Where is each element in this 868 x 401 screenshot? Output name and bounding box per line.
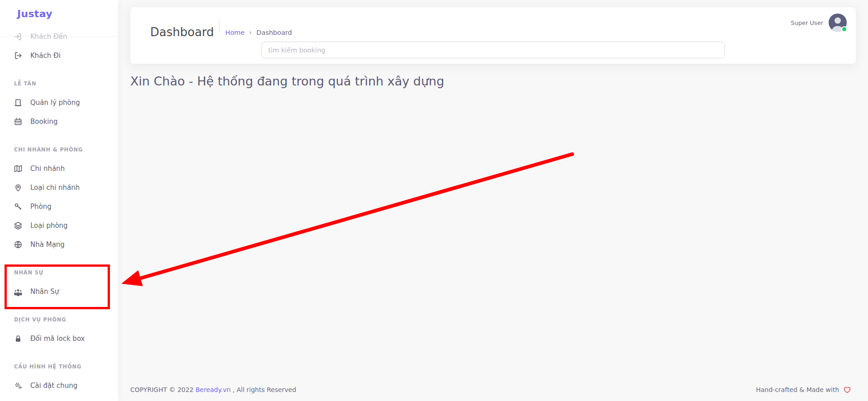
key-icon (14, 202, 23, 211)
search-wrap (261, 42, 725, 58)
sidebar-section-header: CHI NHÁNH & PHÒNG (0, 140, 118, 159)
calendar-icon (14, 117, 23, 126)
door-icon (14, 98, 23, 107)
page-title: Dashboard (150, 24, 214, 40)
layers-icon (14, 221, 23, 230)
sidebar-item-label: Đổi mã lock box (30, 335, 85, 343)
section-label: CHI NHÁNH & PHÒNG (14, 146, 83, 153)
sidebar-item-label: Cài đặt chung (30, 382, 77, 390)
avatar[interactable] (829, 14, 847, 32)
sidebar-item[interactable]: Loại chi nhánh (0, 178, 118, 197)
sidebar-item[interactable]: Chi nhánh (0, 159, 118, 178)
breadcrumb-home-link[interactable]: Home (225, 29, 245, 36)
sidebar-item-label: Khách Đến (30, 33, 67, 41)
sidebar-section-header: DỊCH VỤ PHÒNG (0, 310, 118, 329)
footer-made-with: Hand-crafted & Made with (756, 385, 852, 394)
footer-copyright: COPYRIGHT © 2022 Beready.vn , All rights… (130, 386, 296, 393)
section-label: DỊCH VỤ PHÒNG (14, 316, 66, 323)
user-name: Super User (791, 19, 823, 26)
sidebar-item-label: Booking (30, 118, 58, 126)
sidebar-item[interactable]: Quản lý phòng (0, 93, 118, 112)
sidebar-item-label: Loại phòng (30, 222, 68, 230)
online-status-dot (841, 26, 847, 32)
sidebar-section-header: LỄ TÂN (0, 74, 118, 93)
sign-out-icon (14, 51, 23, 60)
breadcrumb-current: Dashboard (256, 29, 292, 36)
copyright-suffix: , All rights Reserved (232, 386, 296, 393)
sidebar-item[interactable]: Đổi mã lock box (0, 329, 118, 348)
map-marker-icon (14, 183, 23, 192)
sidebar-item[interactable]: Nhà Mạng (0, 235, 118, 254)
sidebar-item[interactable]: Phòng (0, 197, 118, 216)
sidebar-section-header: CẤU HÌNH HỆ THỐNG (0, 357, 118, 376)
user-area: Super User (791, 14, 847, 32)
heart-icon (843, 385, 852, 394)
sidebar-item[interactable]: Cài đặt chung (0, 376, 118, 395)
section-label: CẤU HÌNH HỆ THỐNG (14, 363, 81, 370)
section-label: NHÂN SỰ (14, 269, 43, 276)
sidebar: Justay Khách ĐếnKhách ĐiLỄ TÂNQuản lý ph… (0, 0, 118, 401)
welcome-heading: Xin Chào - Hệ thống đang trong quá trình… (130, 74, 444, 88)
sidebar-item-label: Loại chi nhánh (30, 184, 80, 192)
users-icon (14, 287, 23, 296)
map-icon (14, 164, 23, 173)
sidebar-item[interactable]: Nhân Sự (0, 282, 118, 301)
gears-icon (14, 381, 23, 390)
globe-icon (14, 240, 23, 249)
section-label: LỄ TÂN (14, 80, 36, 87)
sidebar-item[interactable]: Khách Đến (0, 27, 118, 46)
company-link[interactable]: Beready.vn (195, 386, 231, 393)
header-card: Dashboard Home › Dashboard Super User (130, 7, 856, 64)
sidebar-item-label: Phòng (30, 203, 52, 211)
sidebar-item-label: Chi nhánh (30, 165, 65, 173)
sidebar-item[interactable]: Khách Đi (0, 46, 118, 65)
search-input[interactable] (261, 42, 725, 58)
footer: COPYRIGHT © 2022 Beready.vn , All rights… (130, 385, 852, 394)
sidebar-item-label: Nhân Sự (30, 288, 59, 296)
lock-icon (14, 334, 23, 343)
sidebar-section-header: NHÂN SỰ (0, 263, 118, 282)
breadcrumb: Home › Dashboard (225, 28, 292, 37)
copyright-prefix: COPYRIGHT © 2022 (130, 386, 194, 393)
sidebar-item-label: Khách Đi (30, 52, 61, 60)
sidebar-item-label: Quản lý phòng (30, 99, 80, 107)
sidebar-item-label: Nhà Mạng (30, 241, 65, 249)
sidebar-item[interactable]: Loại phòng (0, 216, 118, 235)
sign-in-icon (14, 32, 23, 41)
made-with-text: Hand-crafted & Made with (756, 386, 839, 393)
title-divider (219, 19, 219, 33)
brand-logo[interactable]: Justay (17, 8, 52, 19)
breadcrumb-separator-icon: › (249, 28, 252, 37)
sidebar-nav: Khách ĐếnKhách ĐiLỄ TÂNQuản lý phòngBook… (0, 27, 118, 395)
sidebar-item[interactable]: Booking (0, 112, 118, 131)
